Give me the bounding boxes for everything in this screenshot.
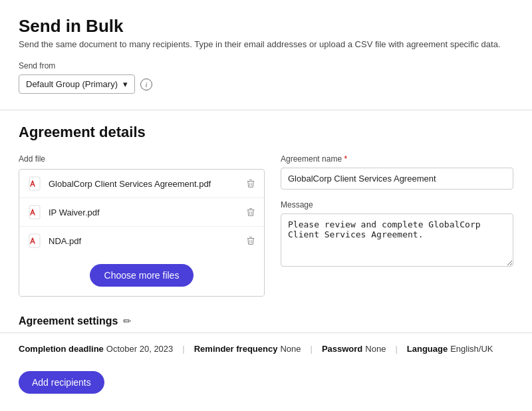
file-name: NDA.pdf: [49, 236, 239, 246]
info-icon[interactable]: i: [140, 78, 152, 90]
required-marker: *: [344, 154, 347, 164]
svg-rect-1: [247, 181, 255, 182]
svg-rect-7: [247, 238, 255, 239]
settings-divider: [0, 333, 532, 333]
password-key: Password: [322, 344, 362, 354]
send-from-label: Send from: [19, 61, 513, 70]
file-row: NDA.pdf: [19, 227, 264, 255]
pdf-icon: [27, 176, 42, 191]
pdf-icon: [27, 233, 42, 248]
send-from-dropdown[interactable]: Default Group (Primary) ▾: [19, 74, 135, 94]
svg-rect-5: [249, 208, 252, 209]
section-divider-1: [0, 110, 532, 110]
file-rows-container: GlobalCorp Client Services Agreement.pdf…: [19, 170, 264, 255]
svg-rect-0: [29, 177, 40, 190]
choose-more-files-button[interactable]: Choose more files: [90, 264, 194, 287]
file-section: Add file GlobalCorp Client Services Agre…: [19, 154, 265, 297]
edit-icon[interactable]: ✏: [123, 315, 132, 327]
page-title: Send in Bulk: [19, 16, 513, 37]
settings-sep-3: |: [395, 344, 397, 354]
completion-deadline-val: October 20, 2023: [106, 344, 173, 354]
file-row: GlobalCorp Client Services Agreement.pdf: [19, 170, 264, 198]
chevron-down-icon: ▾: [123, 79, 128, 89]
delete-icon[interactable]: [245, 235, 256, 246]
pdf-icon: [27, 205, 42, 219]
svg-rect-6: [29, 234, 40, 247]
reminder-frequency-val: None: [280, 344, 301, 354]
language-val: English/UK: [450, 344, 493, 354]
agreement-name-label: Agreement name *: [281, 154, 513, 164]
delete-icon[interactable]: [245, 178, 256, 189]
agreement-info-section: Agreement name * Message Please review a…: [281, 154, 513, 279]
agreement-name-input[interactable]: [281, 168, 513, 190]
agreement-details-title: Agreement details: [19, 124, 513, 141]
file-list-box: GlobalCorp Client Services Agreement.pdf…: [19, 169, 265, 297]
add-recipients-button[interactable]: Add recipients: [19, 371, 104, 394]
file-name: IP Waiver.pdf: [49, 207, 239, 217]
send-from-value: Default Group (Primary): [26, 79, 118, 89]
choose-more-row: Choose more files: [19, 255, 264, 296]
settings-header: Agreement settings ✏: [19, 315, 513, 327]
svg-rect-3: [29, 206, 40, 219]
svg-rect-4: [247, 209, 255, 210]
settings-sep-1: |: [182, 344, 184, 354]
settings-sep-2: |: [310, 344, 312, 354]
agreement-settings-section: Agreement settings ✏ Completion deadline…: [19, 315, 513, 358]
page-subtitle: Send the same document to many recipient…: [19, 39, 513, 49]
message-label: Message: [281, 200, 513, 209]
svg-rect-2: [249, 180, 252, 180]
settings-row: Completion deadline October 20, 2023 | R…: [19, 340, 513, 358]
svg-rect-8: [249, 237, 252, 237]
file-row: IP Waiver.pdf: [19, 198, 264, 227]
language-key: Language: [407, 344, 448, 354]
delete-icon[interactable]: [245, 207, 256, 217]
message-textarea[interactable]: Please review and complete GlobalCorp Cl…: [281, 213, 513, 267]
agreement-settings-title: Agreement settings: [19, 315, 118, 327]
completion-deadline-key: Completion deadline: [19, 344, 104, 354]
add-file-label: Add file: [19, 154, 265, 164]
password-val: None: [365, 344, 386, 354]
send-from-row: Default Group (Primary) ▾ i: [19, 74, 513, 94]
reminder-frequency-key: Reminder frequency: [194, 344, 278, 354]
file-name: GlobalCorp Client Services Agreement.pdf: [49, 179, 239, 189]
agreement-details-layout: Add file GlobalCorp Client Services Agre…: [19, 154, 513, 297]
